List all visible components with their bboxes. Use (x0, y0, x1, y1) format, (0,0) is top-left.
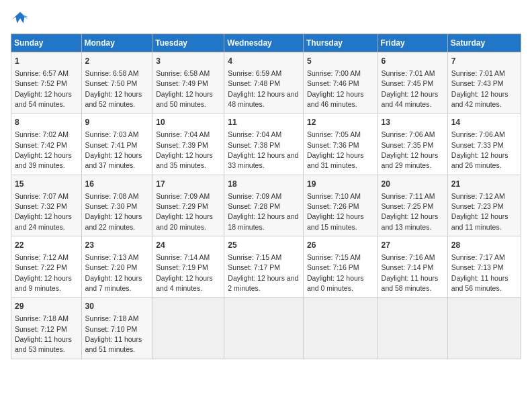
day-number: 25 (228, 240, 300, 251)
logo (11, 11, 32, 30)
day-sunrise: Sunrise: 7:09 AM (156, 192, 210, 200)
day-sunset: Sunset: 7:32 PM (15, 202, 67, 210)
day-daylight-label: Daylight: 12 hours and 29 minutes. (382, 151, 439, 169)
day-sunset: Sunset: 7:50 PM (85, 79, 138, 87)
day-daylight-label: Daylight: 12 hours and 31 minutes. (307, 151, 364, 169)
day-number: 30 (85, 301, 149, 312)
day-daylight-label: Daylight: 12 hours and 15 minutes. (307, 212, 364, 230)
day-sunset: Sunset: 7:26 PM (307, 202, 359, 210)
calendar-cell: 18 Sunrise: 7:09 AM Sunset: 7:28 PM Dayl… (224, 175, 304, 236)
day-daylight-label: Daylight: 12 hours and 44 minutes. (382, 90, 439, 108)
calendar-cell: 22 Sunrise: 7:12 AM Sunset: 7:22 PM Dayl… (11, 236, 82, 298)
calendar-cell: 2 Sunrise: 6:58 AM Sunset: 7:50 PM Dayli… (81, 52, 152, 113)
day-sunset: Sunset: 7:16 PM (307, 263, 359, 271)
day-sunset: Sunset: 7:46 PM (307, 79, 359, 87)
day-sunset: Sunset: 7:35 PM (382, 141, 434, 149)
svg-marker-0 (12, 12, 28, 24)
day-daylight-label: Daylight: 12 hours and 50 minutes. (156, 90, 213, 108)
day-sunrise: Sunrise: 6:59 AM (228, 69, 281, 77)
day-sunset: Sunset: 7:25 PM (382, 202, 434, 210)
day-daylight-label: Daylight: 11 hours and 53 minutes. (15, 335, 72, 353)
day-number: 12 (307, 117, 374, 128)
day-number: 9 (85, 117, 149, 128)
day-number: 16 (85, 179, 149, 190)
calendar-header: SundayMondayTuesdayWednesdayThursdayFrid… (11, 34, 521, 52)
day-number: 15 (15, 179, 78, 190)
day-number: 5 (307, 56, 374, 67)
day-sunrise: Sunrise: 7:04 AM (156, 130, 210, 138)
day-number: 6 (382, 56, 444, 67)
day-sunrise: Sunrise: 6:57 AM (15, 69, 69, 77)
day-number: 8 (15, 117, 78, 128)
day-daylight-label: Daylight: 12 hours and 42 minutes. (451, 90, 508, 108)
calendar-cell (447, 298, 521, 359)
day-number: 3 (156, 56, 220, 67)
day-sunset: Sunset: 7:19 PM (156, 263, 208, 271)
day-sunrise: Sunrise: 7:18 AM (85, 314, 139, 322)
day-header-friday: Friday (378, 34, 447, 52)
day-sunrise: Sunrise: 7:12 AM (15, 253, 69, 261)
day-sunrise: Sunrise: 7:05 AM (307, 130, 361, 138)
day-daylight-label: Daylight: 12 hours and 33 minutes. (228, 151, 298, 169)
day-number: 17 (156, 179, 220, 190)
day-sunset: Sunset: 7:20 PM (85, 263, 138, 271)
day-number: 26 (307, 240, 374, 251)
day-number: 24 (156, 240, 220, 251)
day-sunrise: Sunrise: 7:06 AM (451, 130, 505, 138)
day-number: 18 (228, 179, 300, 190)
day-daylight-label: Daylight: 12 hours and 7 minutes. (85, 274, 142, 292)
logo-icon (11, 11, 30, 30)
day-number: 23 (85, 240, 149, 251)
day-sunset: Sunset: 7:42 PM (15, 141, 67, 149)
day-daylight-label: Daylight: 11 hours and 56 minutes. (451, 274, 508, 292)
calendar-cell: 20 Sunrise: 7:11 AM Sunset: 7:25 PM Dayl… (378, 175, 447, 236)
day-sunrise: Sunrise: 7:12 AM (451, 192, 505, 200)
day-number: 13 (382, 117, 444, 128)
calendar-week-4: 22 Sunrise: 7:12 AM Sunset: 7:22 PM Dayl… (11, 236, 521, 298)
day-daylight-label: Daylight: 12 hours and 0 minutes. (307, 274, 364, 292)
day-sunrise: Sunrise: 7:01 AM (451, 69, 505, 77)
day-sunrise: Sunrise: 7:08 AM (85, 192, 139, 200)
day-number: 14 (451, 117, 517, 128)
day-sunrise: Sunrise: 7:14 AM (156, 253, 210, 261)
day-sunrise: Sunrise: 7:03 AM (85, 130, 139, 138)
calendar-cell: 14 Sunrise: 7:06 AM Sunset: 7:33 PM Dayl… (447, 113, 521, 175)
day-sunset: Sunset: 7:43 PM (451, 79, 504, 87)
calendar-cell: 11 Sunrise: 7:04 AM Sunset: 7:38 PM Dayl… (224, 113, 304, 175)
day-sunrise: Sunrise: 7:11 AM (382, 192, 435, 200)
day-daylight-label: Daylight: 12 hours and 24 minutes. (15, 212, 72, 230)
day-number: 28 (451, 240, 517, 251)
day-daylight-label: Daylight: 12 hours and 54 minutes. (15, 90, 72, 108)
calendar-cell: 6 Sunrise: 7:01 AM Sunset: 7:45 PM Dayli… (378, 52, 447, 113)
day-sunset: Sunset: 7:29 PM (156, 202, 208, 210)
day-sunset: Sunset: 7:45 PM (382, 79, 434, 87)
calendar-cell: 9 Sunrise: 7:03 AM Sunset: 7:41 PM Dayli… (81, 113, 152, 175)
day-sunrise: Sunrise: 7:01 AM (382, 69, 435, 77)
day-daylight-label: Daylight: 12 hours and 26 minutes. (451, 151, 508, 169)
calendar-cell: 25 Sunrise: 7:15 AM Sunset: 7:17 PM Dayl… (224, 236, 304, 298)
calendar-cell (303, 298, 378, 359)
calendar-cell: 29 Sunrise: 7:18 AM Sunset: 7:12 PM Dayl… (11, 298, 82, 359)
calendar-cell: 26 Sunrise: 7:15 AM Sunset: 7:16 PM Dayl… (303, 236, 378, 298)
day-sunset: Sunset: 7:41 PM (85, 141, 138, 149)
day-sunrise: Sunrise: 7:04 AM (228, 130, 281, 138)
day-header-saturday: Saturday (447, 34, 521, 52)
calendar-cell: 8 Sunrise: 7:02 AM Sunset: 7:42 PM Dayli… (11, 113, 82, 175)
day-sunset: Sunset: 7:10 PM (85, 325, 138, 333)
day-sunrise: Sunrise: 7:15 AM (307, 253, 361, 261)
calendar-cell: 13 Sunrise: 7:06 AM Sunset: 7:35 PM Dayl… (378, 113, 447, 175)
calendar-cell: 5 Sunrise: 7:00 AM Sunset: 7:46 PM Dayli… (303, 52, 378, 113)
day-number: 7 (451, 56, 517, 67)
calendar-table: SundayMondayTuesdayWednesdayThursdayFrid… (11, 34, 521, 359)
day-daylight-label: Daylight: 12 hours and 35 minutes. (156, 151, 213, 169)
day-header-wednesday: Wednesday (224, 34, 304, 52)
day-sunset: Sunset: 7:17 PM (228, 263, 280, 271)
day-sunrise: Sunrise: 6:58 AM (85, 69, 139, 77)
day-daylight-label: Daylight: 12 hours and 52 minutes. (85, 90, 142, 108)
day-number: 20 (382, 179, 444, 190)
day-sunrise: Sunrise: 7:09 AM (228, 192, 281, 200)
day-daylight-label: Daylight: 12 hours and 9 minutes. (15, 274, 72, 292)
day-number: 2 (85, 56, 149, 67)
day-daylight-label: Daylight: 12 hours and 46 minutes. (307, 90, 364, 108)
day-sunrise: Sunrise: 7:16 AM (382, 253, 435, 261)
